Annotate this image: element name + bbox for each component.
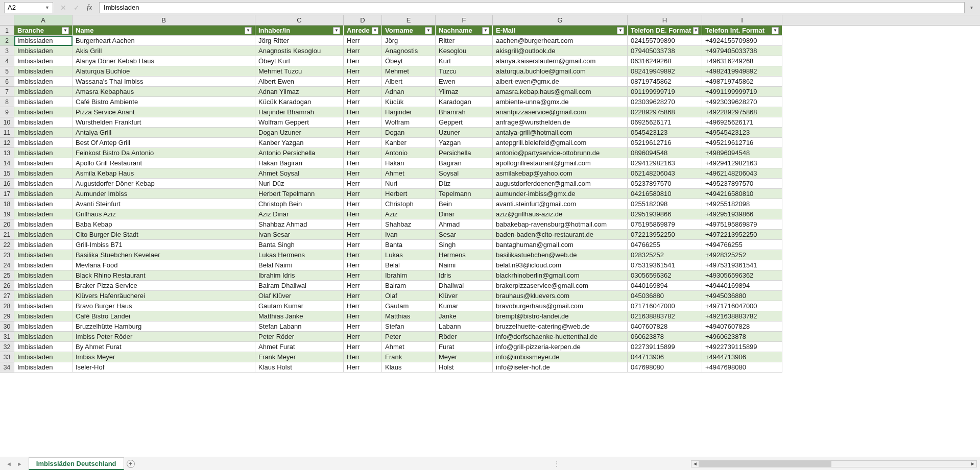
cell[interactable]: Dhaliwal bbox=[436, 281, 493, 291]
cell[interactable]: Kesoglou bbox=[436, 46, 493, 56]
cell[interactable]: Imbissladen bbox=[14, 36, 73, 46]
row-header[interactable]: 27 bbox=[0, 291, 14, 301]
cell[interactable]: Olaf Klüver bbox=[255, 291, 344, 301]
cell[interactable]: Imbissladen bbox=[14, 179, 73, 189]
cell[interactable]: basilikastuebchen@web.de bbox=[493, 250, 628, 260]
sheet-tab-active[interactable]: Imbissläden Deutschland bbox=[29, 457, 124, 470]
row-header[interactable]: 34 bbox=[0, 362, 14, 373]
table-header-cell[interactable]: Telefon Int. Format▼ bbox=[702, 26, 782, 36]
cell[interactable]: 075195869879 bbox=[628, 219, 702, 230]
cell[interactable]: 044713906 bbox=[628, 352, 702, 362]
cell[interactable]: Ahmad bbox=[436, 219, 493, 230]
horizontal-scrollbar[interactable]: ◄ ► bbox=[562, 457, 980, 470]
cell[interactable]: Imbissladen bbox=[14, 311, 73, 321]
cell[interactable]: Amasra Kebaphaus bbox=[73, 87, 255, 97]
cell[interactable]: Basilika Stuebchen Kevelaer bbox=[73, 250, 255, 260]
cell[interactable]: Ahmet bbox=[382, 168, 436, 179]
cell[interactable]: Imbissladen bbox=[14, 270, 73, 281]
cell[interactable]: Shahbaz Ahmad bbox=[255, 219, 344, 230]
cell[interactable]: Herr bbox=[344, 128, 382, 138]
cell[interactable]: Mehmet bbox=[382, 66, 436, 77]
cell[interactable]: info@imbissmeyer.de bbox=[493, 352, 628, 362]
cell[interactable]: blackrhinoberlin@gmail.com bbox=[493, 270, 628, 281]
cell[interactable]: 047698080 bbox=[628, 362, 702, 373]
cell[interactable]: +4922739115899 bbox=[702, 342, 782, 352]
cell[interactable]: Imbissladen bbox=[14, 117, 73, 128]
cell[interactable]: Wolfram bbox=[382, 117, 436, 128]
cell[interactable]: Imbissladen bbox=[14, 189, 73, 199]
row-header[interactable]: 30 bbox=[0, 321, 14, 332]
cell[interactable]: Ibrahim bbox=[382, 270, 436, 281]
cell[interactable]: aumunder-imbiss@gmx.de bbox=[493, 189, 628, 199]
cell[interactable]: info@dorfschaenke-huettenthal.de bbox=[493, 332, 628, 342]
cell[interactable]: Balram bbox=[382, 281, 436, 291]
cell[interactable]: 060623878 bbox=[628, 332, 702, 342]
cell[interactable]: Tepelmann bbox=[436, 189, 493, 199]
cell[interactable]: Imbissladen bbox=[14, 148, 73, 158]
cell[interactable]: Imbissladen bbox=[14, 46, 73, 56]
cell[interactable]: Herr bbox=[344, 342, 382, 352]
cell[interactable]: +4972213952250 bbox=[702, 230, 782, 240]
table-header-cell[interactable]: Anrede▼ bbox=[344, 26, 382, 36]
cell[interactable]: anantpizzaservice@gmail.com bbox=[493, 107, 628, 117]
sheet-nav-prev-icon[interactable]: ◄ bbox=[6, 461, 12, 467]
cell[interactable]: Meyer bbox=[436, 352, 493, 362]
cell[interactable]: Herr bbox=[344, 168, 382, 179]
cell[interactable]: bantaghuman@gmail.com bbox=[493, 240, 628, 250]
cell[interactable]: Furat bbox=[436, 342, 493, 352]
cell[interactable]: brakerpizzaservice@gmail.com bbox=[493, 281, 628, 291]
cell[interactable]: Jörg Ritter bbox=[255, 36, 344, 46]
cell[interactable]: +4962148206043 bbox=[702, 168, 782, 179]
cell[interactable]: Pizza Service Anant bbox=[73, 107, 255, 117]
cancel-icon[interactable]: ✕ bbox=[60, 4, 66, 12]
cell[interactable]: Gautam Kumar bbox=[255, 301, 344, 311]
cell[interactable]: Belal bbox=[382, 260, 436, 270]
cell[interactable]: Klaus Holst bbox=[255, 362, 344, 373]
cell[interactable]: Wassana's Thai Imbiss bbox=[73, 77, 255, 87]
cell[interactable]: Banta Singh bbox=[255, 240, 344, 250]
cell[interactable]: 03056596362 bbox=[628, 270, 702, 281]
cell[interactable]: Imbissladen bbox=[14, 250, 73, 260]
cell[interactable]: Lukas Hermens bbox=[255, 250, 344, 260]
cell[interactable]: Feinkost Bistro Da Antonio bbox=[73, 148, 255, 158]
cell[interactable]: 021638883782 bbox=[628, 311, 702, 321]
filter-dropdown-icon[interactable]: ▼ bbox=[772, 27, 779, 34]
cell[interactable]: Black Rhino Restaurant bbox=[73, 270, 255, 281]
row-header[interactable]: 33 bbox=[0, 352, 14, 362]
cell[interactable]: +495219612716 bbox=[702, 138, 782, 148]
row-header[interactable]: 32 bbox=[0, 342, 14, 352]
cell[interactable]: babakebap-ravensburg@hotmail.com bbox=[493, 219, 628, 230]
column-header[interactable]: F bbox=[436, 15, 493, 25]
cell[interactable]: Antonio Persichella bbox=[255, 148, 344, 158]
cell[interactable]: Yazgan bbox=[436, 138, 493, 148]
cell[interactable]: +4971716047000 bbox=[702, 301, 782, 311]
cell[interactable]: Aziz bbox=[382, 209, 436, 219]
cell[interactable]: 08719745862 bbox=[628, 77, 702, 87]
cell[interactable]: +493056596362 bbox=[702, 270, 782, 281]
cell[interactable]: Herr bbox=[344, 301, 382, 311]
cell[interactable]: 0255182098 bbox=[628, 199, 702, 209]
cell[interactable]: info@iseler-hof.de bbox=[493, 362, 628, 373]
cell[interactable]: Röder bbox=[436, 332, 493, 342]
cell[interactable]: 023039628270 bbox=[628, 97, 702, 107]
cell[interactable]: Shahbaz bbox=[382, 219, 436, 230]
cell[interactable]: Aumunder Imbiss bbox=[73, 189, 255, 199]
cell[interactable]: Herr bbox=[344, 158, 382, 168]
table-header-cell[interactable]: Inhaber/in▼ bbox=[255, 26, 344, 36]
cell[interactable]: +4928325252 bbox=[702, 250, 782, 260]
cell[interactable]: Ahmet bbox=[382, 342, 436, 352]
cell[interactable]: Olaf bbox=[382, 291, 436, 301]
cell[interactable]: +49545423123 bbox=[702, 128, 782, 138]
cell[interactable]: Adnan bbox=[382, 87, 436, 97]
cell[interactable]: Stefan Labann bbox=[255, 321, 344, 332]
cell[interactable]: Frank bbox=[382, 352, 436, 362]
table-header-cell[interactable]: Branche▼ bbox=[14, 26, 73, 36]
cell[interactable]: Imbissladen bbox=[14, 209, 73, 219]
cell[interactable]: Anagnostis bbox=[382, 46, 436, 56]
cell[interactable]: Herr bbox=[344, 107, 382, 117]
cell[interactable]: Imbissladen bbox=[14, 199, 73, 209]
cell[interactable]: +498719745862 bbox=[702, 77, 782, 87]
table-header-cell[interactable]: Name▼ bbox=[73, 26, 255, 36]
row-header[interactable]: 21 bbox=[0, 230, 14, 240]
cell[interactable]: Dogan bbox=[382, 128, 436, 138]
